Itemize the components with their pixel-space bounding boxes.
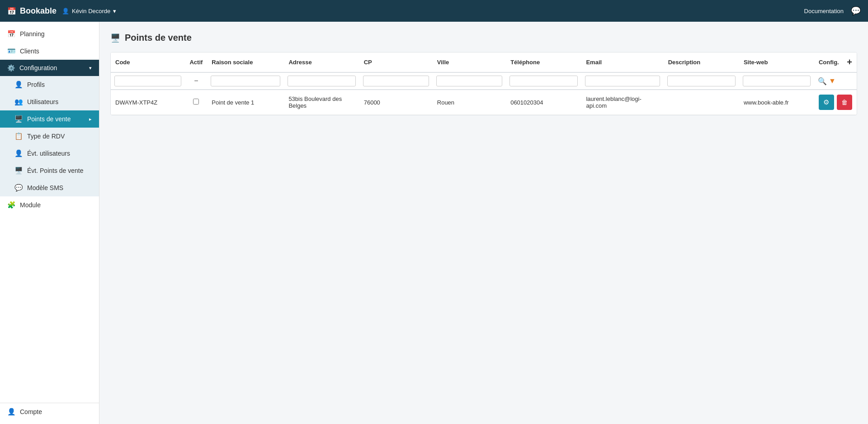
filter-site-web: [739, 72, 814, 90]
filter-code-input[interactable]: [114, 76, 181, 86]
sidebar: 📅 Planning 🪪 Clients ⚙️ Configuration ▾ …: [0, 22, 99, 424]
navbar-left: 📅 Bookable 👤 Kévin Decorde ▾: [7, 6, 116, 16]
filter-raison-sociale: [207, 72, 284, 90]
main-content: 🖥️ Points de vente Code Actif Raison soc…: [99, 22, 868, 424]
sidebar-item-points-de-vente[interactable]: 🖥️ Points de vente ▸: [0, 110, 99, 128]
actif-filter-icon: −: [194, 77, 198, 85]
filter-cp-input[interactable]: [363, 76, 429, 86]
cell-actif: [185, 90, 207, 115]
navbar-right: Documentation 💬: [804, 6, 861, 16]
sidebar-item-configuration[interactable]: ⚙️ Configuration ▾: [0, 60, 99, 76]
sidebar-item-type-rdv[interactable]: 📋 Type de RDV: [0, 128, 99, 145]
cell-site-web: www.book-able.fr: [739, 90, 814, 115]
sidebar-label-utilisateurs: Utilisateurs: [27, 98, 58, 105]
user-dropdown-icon: ▾: [113, 8, 116, 14]
utilisateurs-icon: 👥: [14, 98, 23, 106]
th-site-web: Site-web: [739, 52, 814, 72]
th-raison-sociale: Raison sociale: [207, 52, 284, 72]
filter-config-actions: 🔍 ▼: [814, 72, 857, 90]
filter-telephone: [506, 72, 581, 90]
sidebar-item-evt-utilisateurs[interactable]: 👤 Évt. utilisateurs: [0, 145, 99, 162]
points-de-vente-table-container: Code Actif Raison sociale Adresse CP Vil…: [110, 52, 857, 115]
navbar: 📅 Bookable 👤 Kévin Decorde ▾ Documentati…: [0, 0, 868, 22]
cell-telephone: 0601020304: [506, 90, 581, 115]
evt-util-icon: 👤: [14, 149, 23, 157]
filter-ville-input[interactable]: [436, 76, 502, 86]
sidebar-label-planning: Planning: [20, 30, 45, 38]
table-body: DWAYM-XTP4Z Point de vente 1 53bis Boule…: [111, 90, 857, 115]
evt-pdv-icon: 🖥️: [14, 167, 23, 175]
documentation-link[interactable]: Documentation: [804, 8, 844, 14]
filter-actif: −: [185, 72, 207, 90]
th-description: Description: [664, 52, 739, 72]
config-icon: ⚙️: [7, 64, 15, 71]
sidebar-item-compte[interactable]: 👤 Compte: [0, 403, 99, 420]
sidebar-item-planning[interactable]: 📅 Planning: [0, 25, 99, 43]
filter-ville: [433, 72, 506, 90]
type-rdv-icon: 📋: [14, 132, 23, 140]
config-arrow-icon: ▾: [89, 65, 92, 71]
delete-button[interactable]: 🗑: [837, 95, 852, 110]
th-code: Code: [111, 52, 185, 72]
sidebar-label-modele-sms: Modèle SMS: [27, 184, 63, 191]
filter-raison-sociale-input[interactable]: [211, 76, 280, 86]
filter-cp: [359, 72, 433, 90]
config-button[interactable]: ⚙: [819, 95, 834, 110]
brand-icon: 📅: [7, 7, 16, 15]
cell-code: DWAYM-XTP4Z: [111, 90, 185, 115]
table-header-row: Code Actif Raison sociale Adresse CP Vil…: [111, 52, 857, 72]
sidebar-label-profils: Profils: [27, 81, 45, 88]
navbar-brand: 📅 Bookable: [7, 6, 57, 16]
cell-raison-sociale: Point de vente 1: [207, 90, 284, 115]
cell-email: laurent.leblanc@logi-api.com: [581, 90, 663, 115]
page-title-icon: 🖥️: [110, 33, 120, 43]
th-email: Email: [581, 52, 663, 72]
filter-adresse: [284, 72, 359, 90]
page-title: Points de vente: [125, 33, 192, 43]
sms-icon: 💬: [14, 184, 23, 192]
user-icon: 👤: [62, 8, 69, 14]
table-filter-icon[interactable]: ▼: [829, 77, 836, 85]
cell-adresse: 53bis Boulevard des Belges: [284, 90, 359, 115]
filter-telephone-input[interactable]: [509, 76, 578, 86]
filter-description-input[interactable]: [667, 76, 736, 86]
sidebar-label-compte: Compte: [20, 408, 42, 415]
table-search-icon[interactable]: 🔍: [818, 77, 827, 86]
gear-icon: ⚙: [823, 98, 829, 106]
sidebar-item-clients[interactable]: 🪪 Clients: [0, 43, 99, 60]
th-adresse: Adresse: [284, 52, 359, 72]
cell-actions: ⚙ 🗑: [814, 90, 857, 115]
points-vente-arrow-icon: ▸: [89, 116, 92, 122]
sidebar-label-clients: Clients: [20, 48, 39, 55]
clients-icon: 🪪: [7, 47, 15, 55]
user-menu[interactable]: 👤 Kévin Decorde ▾: [62, 8, 116, 14]
filter-adresse-input[interactable]: [288, 76, 355, 86]
actif-checkbox[interactable]: [193, 99, 199, 105]
sidebar-item-evt-points-vente[interactable]: 🖥️ Évt. Points de vente: [0, 162, 99, 179]
add-row-button[interactable]: +: [847, 57, 852, 67]
brand-label: Bookable: [20, 6, 57, 16]
sidebar-item-profils[interactable]: 👤 Profils: [0, 76, 99, 93]
points-vente-icon: 🖥️: [14, 115, 23, 123]
sidebar-item-modele-sms[interactable]: 💬 Modèle SMS: [0, 179, 99, 196]
filter-email: [581, 72, 663, 90]
points-de-vente-table: Code Actif Raison sociale Adresse CP Vil…: [111, 52, 857, 115]
th-ville: Ville: [433, 52, 506, 72]
th-actif: Actif: [185, 52, 207, 72]
sidebar-item-utilisateurs[interactable]: 👥 Utilisateurs: [0, 93, 99, 110]
cell-cp: 76000: [359, 90, 433, 115]
chat-icon[interactable]: 💬: [851, 6, 861, 16]
filter-site-web-input[interactable]: [743, 76, 811, 86]
user-label: Kévin Decorde: [72, 8, 110, 14]
sidebar-item-module[interactable]: 🧩 Module: [0, 196, 99, 214]
compte-icon: 👤: [7, 408, 15, 416]
layout: 📅 Planning 🪪 Clients ⚙️ Configuration ▾ …: [0, 22, 868, 424]
table-row: DWAYM-XTP4Z Point de vente 1 53bis Boule…: [111, 90, 857, 115]
trash-icon: 🗑: [841, 99, 848, 106]
sidebar-label-points-de-vente: Points de vente: [27, 115, 71, 123]
th-config: Config. +: [814, 52, 857, 72]
filter-email-input[interactable]: [585, 76, 660, 86]
cell-ville: Rouen: [433, 90, 506, 115]
filter-description: [664, 72, 739, 90]
th-telephone: Téléphone: [506, 52, 581, 72]
